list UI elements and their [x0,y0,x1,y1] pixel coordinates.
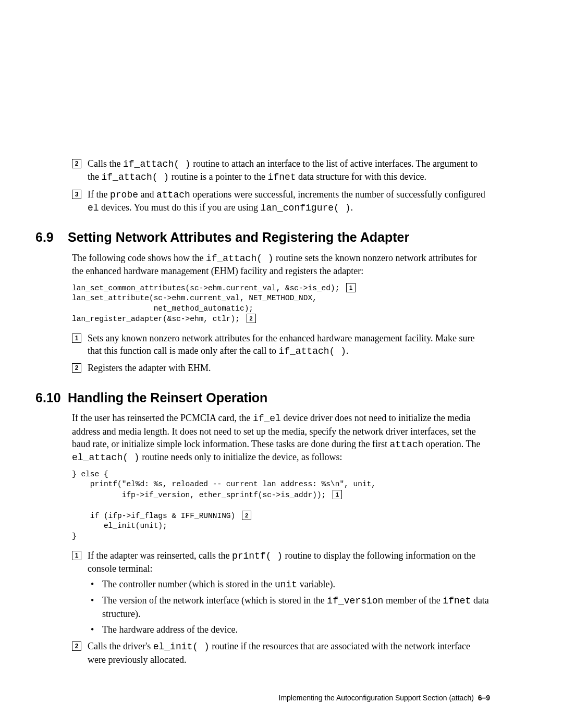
callout-number: 1 [72,334,81,343]
section-heading-6-9: 6.9Setting Network Attributes and Regist… [35,229,490,246]
page: 2 Calls the if_attach( ) routine to atta… [0,0,563,728]
section-heading-6-10: 6.10Handling the Reinsert Operation [35,389,490,407]
footer-text: Implementing the Autoconfiguration Suppo… [279,694,474,702]
list-item: 3 If the probe and attach operations wer… [72,188,490,215]
code-callout: 2 [247,314,256,323]
sec610-list: 1 If the adapter was reinserted, calls t… [72,549,490,666]
callout-number: 2 [72,159,81,168]
list-item-text: Calls the if_attach( ) routine to attach… [88,158,478,182]
list-item: 1 If the adapter was reinserted, calls t… [72,549,490,636]
section-number: 6.10 [35,389,68,407]
code-block-6-9: lan_set_common_attributes(sc->ehm.curren… [72,283,490,325]
top-numbered-list: 2 Calls the if_attach( ) routine to atta… [72,157,490,214]
page-footer: Implementing the Autoconfiguration Suppo… [279,693,490,703]
list-item-text: Sets any known nonzero network attribute… [88,333,475,356]
code-callout: 1 [346,283,356,292]
callout-number: 3 [72,190,81,199]
list-item-text: Calls the driver's el_init( ) routine if… [88,641,470,664]
sec69-list: 1 Sets any known nonzero network attribu… [72,332,490,375]
bullet-item: The hardware address of the device. [88,623,490,636]
list-item: 2 Calls the driver's el_init( ) routine … [72,640,490,666]
bullet-item: The controller number (which is stored i… [88,578,490,591]
section-intro: If the user has reinserted the PCMCIA ca… [72,412,490,464]
code-block-6-10: } else { printf("el%d: %s, reloaded -- c… [72,470,490,542]
callout-number: 1 [72,551,81,560]
code-callout: 2 [242,511,251,520]
code-callout: 1 [333,490,342,499]
callout-number: 2 [72,641,81,651]
list-item-text: Registers the adapter with EHM. [88,363,211,373]
list-item: 1 Sets any known nonzero network attribu… [72,332,490,358]
page-number: 6–9 [478,694,490,702]
list-item-text: If the adapter was reinserted, calls the… [88,550,475,574]
section-title: Handling the Reinsert Operation [68,390,267,405]
bullet-item: The version of the network interface (wh… [88,594,490,620]
list-item-text: If the probe and attach operations were … [88,189,485,213]
section-title: Setting Network Attributes and Registeri… [68,230,409,244]
callout-number: 2 [72,363,81,373]
section-number: 6.9 [35,229,68,246]
bullet-list: The controller number (which is stored i… [88,578,490,636]
section-intro: The following code shows how the if_atta… [72,252,490,278]
list-item: 2 Calls the if_attach( ) routine to atta… [72,157,490,184]
list-item: 2 Registers the adapter with EHM. [72,362,490,374]
